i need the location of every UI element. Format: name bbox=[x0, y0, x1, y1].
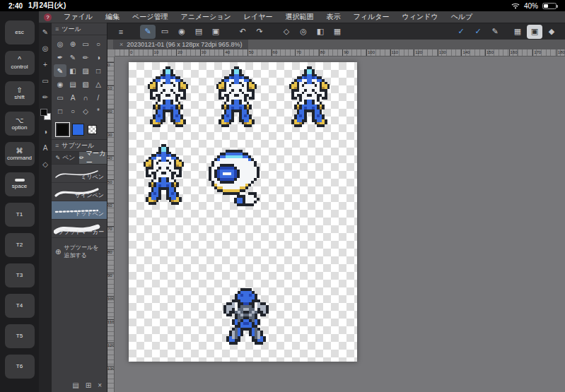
tab-marker[interactable]: ✏マーカー bbox=[79, 152, 107, 164]
gradient-icon[interactable]: ◑ bbox=[43, 127, 47, 136]
key-label: command bbox=[7, 155, 32, 161]
key-t4[interactable]: T4 bbox=[5, 294, 35, 318]
tool-polygon[interactable]: ◇ bbox=[79, 105, 92, 117]
menu-item[interactable]: 選択範囲 bbox=[279, 11, 320, 23]
document-tab[interactable]: × 20230121-01 (96 x 128px 72dpi 965.8%) bbox=[113, 40, 248, 49]
delete-subtool-icon[interactable]: × bbox=[98, 381, 102, 389]
key-command[interactable]: ⌘command bbox=[5, 142, 35, 166]
key-t1[interactable]: T1 bbox=[5, 203, 35, 227]
drawing-canvas[interactable] bbox=[129, 62, 357, 362]
pen-icon[interactable]: ✎ bbox=[42, 28, 48, 37]
close-tab-icon[interactable]: × bbox=[120, 41, 123, 48]
menu-item[interactable]: ファイル bbox=[57, 11, 99, 23]
menu-item[interactable]: ヘルプ bbox=[445, 11, 479, 23]
ruler-tick: 70 bbox=[295, 49, 301, 57]
tool-fill[interactable]: ◧ bbox=[66, 64, 79, 77]
tool-frame[interactable]: ▭ bbox=[54, 91, 66, 104]
menu-item[interactable]: ページ管理 bbox=[126, 11, 174, 23]
add-subtool-button[interactable]: ⊕ サブツールを追加する bbox=[52, 238, 107, 265]
vector-curve-toggle[interactable]: ✓ bbox=[470, 25, 486, 39]
tool-eraser[interactable]: □ bbox=[92, 64, 105, 77]
redo-button[interactable]: ↷ bbox=[252, 25, 267, 39]
main-color-swatch[interactable] bbox=[57, 124, 69, 136]
sub-color-swatch[interactable] bbox=[72, 124, 84, 136]
vector-line-toggle[interactable]: ✓ bbox=[453, 25, 469, 39]
foreground-color-chip[interactable] bbox=[40, 109, 47, 116]
ruler-tick: 30 bbox=[107, 132, 115, 138]
tab-pen[interactable]: ✎ペン bbox=[52, 152, 79, 164]
key-shift[interactable]: ⇧shift bbox=[5, 81, 35, 105]
undo-button[interactable]: ↶ bbox=[235, 25, 250, 39]
tool-pattern[interactable]: ▧ bbox=[79, 78, 92, 90]
import-button[interactable]: ▣ bbox=[208, 25, 223, 39]
main-menu-button[interactable]: ≡ bbox=[113, 25, 129, 39]
menu-item[interactable]: 編集 bbox=[99, 11, 126, 23]
menu-item[interactable]: アニメーション bbox=[174, 11, 237, 23]
tool-liquify[interactable]: ▤ bbox=[66, 78, 79, 90]
zoom-icon[interactable]: ◎ bbox=[42, 44, 49, 53]
key-control[interactable]: ^control bbox=[5, 51, 35, 75]
tool-marker[interactable]: ✎ bbox=[54, 64, 66, 77]
tool-grid: ◎⊕▭○✒✎✏◑✎◧▨□◉▤▧△▭A∩/□○◇* bbox=[52, 35, 107, 119]
tool-figure[interactable]: △ bbox=[92, 78, 105, 90]
tool-ellipse[interactable]: ○ bbox=[66, 105, 79, 117]
key-t2[interactable]: T2 bbox=[5, 233, 35, 257]
tool-brush[interactable]: ✏ bbox=[79, 51, 92, 64]
key-t3[interactable]: T3 bbox=[5, 263, 35, 287]
menu-item[interactable]: ウィンドウ bbox=[395, 11, 444, 23]
tool-decoration[interactable]: ▨ bbox=[79, 64, 92, 77]
ruler-tick: 100 bbox=[107, 296, 115, 302]
fill-button[interactable]: ◧ bbox=[313, 25, 328, 39]
key-esc[interactable]: esc bbox=[5, 20, 35, 44]
text-icon[interactable]: A bbox=[43, 143, 48, 153]
panel-toggle-button[interactable]: ▣ bbox=[527, 25, 542, 39]
subtool-item[interactable]: サインペン bbox=[52, 183, 107, 201]
subtool-item[interactable]: フラットマーカー bbox=[52, 220, 107, 238]
key-t6[interactable]: T6 bbox=[5, 355, 35, 379]
frame-border-button[interactable]: ▦ bbox=[330, 25, 345, 39]
pencil-icon[interactable]: ✏ bbox=[42, 93, 48, 102]
tool-blend[interactable]: ◉ bbox=[54, 78, 66, 90]
key-space[interactable]: space bbox=[5, 172, 35, 196]
duplicate-subtool-icon[interactable]: ⊞ bbox=[86, 381, 91, 389]
tool-operate[interactable]: ▭ bbox=[79, 37, 92, 50]
new-page-button[interactable]: ▤ bbox=[191, 25, 206, 39]
menu-item[interactable]: フィルター bbox=[347, 11, 396, 23]
fg-bg-color-chips[interactable] bbox=[40, 109, 51, 120]
tool-pen[interactable]: ✒ bbox=[54, 51, 66, 64]
menu-item[interactable]: 表示 bbox=[320, 11, 347, 23]
tool-text[interactable]: A bbox=[66, 91, 79, 104]
object-tool-button[interactable]: ▭ bbox=[157, 25, 173, 39]
eyedropper-button[interactable]: ◉ bbox=[174, 25, 190, 39]
menu-item[interactable]: レイヤー bbox=[238, 11, 279, 23]
tool-ruler[interactable]: * bbox=[92, 105, 105, 117]
tool-pencil[interactable]: ✎ bbox=[66, 51, 79, 64]
tool-select[interactable]: ○ bbox=[92, 37, 105, 50]
tool-airbrush[interactable]: ◑ bbox=[92, 51, 105, 64]
key-option[interactable]: ⌥option bbox=[5, 112, 35, 136]
subtool-item[interactable]: ドットペン bbox=[52, 201, 107, 220]
tool-move[interactable]: ⊕ bbox=[66, 37, 79, 50]
tool-rect[interactable]: □ bbox=[54, 105, 66, 117]
pen-tool-button[interactable]: ✎ bbox=[140, 25, 156, 39]
grid-toggle[interactable]: ▦ bbox=[510, 25, 525, 39]
shape-icon[interactable]: ◇ bbox=[42, 160, 48, 169]
key-t5[interactable]: T5 bbox=[5, 324, 35, 348]
move-icon[interactable]: + bbox=[43, 60, 47, 69]
palette-menu-icon[interactable]: ≡ bbox=[55, 142, 59, 149]
new-subtool-icon[interactable]: ▤ bbox=[72, 381, 78, 389]
correction-pencil-button[interactable]: ✎ bbox=[487, 25, 503, 39]
tool-zoom[interactable]: ◎ bbox=[54, 37, 66, 50]
deselect-button[interactable]: ◇ bbox=[279, 25, 294, 39]
transparent-color-swatch[interactable] bbox=[88, 125, 97, 134]
subtool-item[interactable]: ミリペン bbox=[52, 165, 107, 183]
zoom-button[interactable]: ◎ bbox=[296, 25, 311, 39]
palette-menu-icon[interactable]: ≡ bbox=[55, 25, 59, 32]
status-date: 1月24日(火) bbox=[28, 1, 66, 11]
tool-balloon[interactable]: ∩ bbox=[79, 91, 92, 104]
tool-line[interactable]: / bbox=[92, 91, 105, 104]
palette-button[interactable]: ◆ bbox=[544, 25, 559, 39]
ruler-tick: 150 bbox=[485, 49, 494, 57]
app-logo-icon[interactable]: ? bbox=[44, 13, 52, 21]
selection-icon[interactable]: ▭ bbox=[42, 76, 48, 85]
